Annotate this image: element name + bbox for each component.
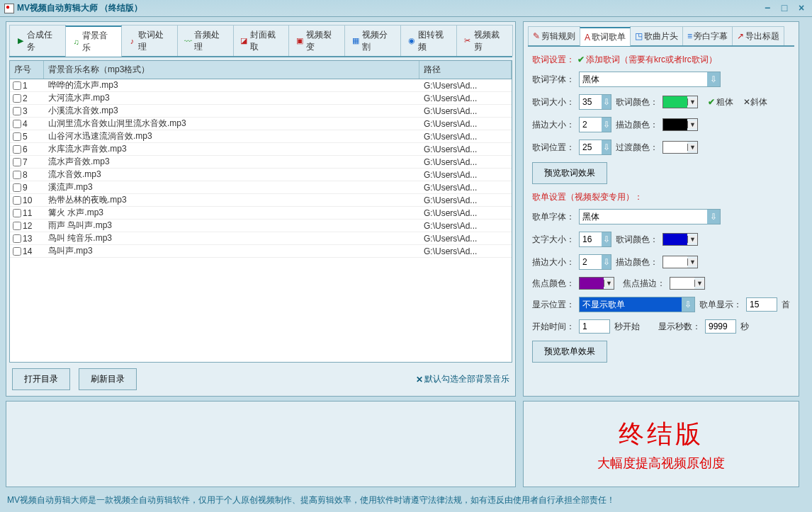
rtab-歌词歌单[interactable]: A歌词歌单 xyxy=(580,27,631,46)
playlist-pos-combo[interactable] xyxy=(579,297,695,312)
tab-视频裁剪[interactable]: ✂视频裁剪 xyxy=(456,25,513,56)
tab-icon: ◪ xyxy=(239,36,249,46)
rtab-歌曲片头[interactable]: ◳歌曲片头 xyxy=(630,26,683,45)
lyric-font-combo[interactable] xyxy=(579,72,721,87)
table-row[interactable]: 2大河流水声.mp3G:\Users\Ad... xyxy=(10,92,512,105)
table-row[interactable]: 6水库流水声音效.mp3G:\Users\Ad... xyxy=(10,143,512,156)
tab-背景音乐[interactable]: ♫背景音乐 xyxy=(65,25,122,57)
tab-icon: ▣ xyxy=(295,36,305,46)
playlist-show-input[interactable] xyxy=(746,297,777,312)
tab-icon: ◳ xyxy=(635,31,643,41)
row-checkbox[interactable] xyxy=(13,158,21,166)
row-checkbox[interactable] xyxy=(13,107,21,115)
titlebar: MV视频自动剪辑大师 （终结版） − □ × xyxy=(0,0,812,17)
lyric-stroke-color-picker[interactable] xyxy=(662,118,698,131)
left-tabs: ▶合成任务♫背景音乐♪歌词处理〰音频处理◪封面截取▣视频裂变▦视频分割◉图转视频… xyxy=(9,25,512,57)
tab-视频裂变[interactable]: ▣视频裂变 xyxy=(288,25,345,56)
playlist-size-combo[interactable] xyxy=(579,232,611,247)
rtab-剪辑规则[interactable]: ✎剪辑规则 xyxy=(528,26,580,45)
promo-subtitle: 大幅度提高视频原创度 xyxy=(597,455,725,472)
right-tabs: ✎剪辑规则A歌词歌单◳歌曲片头≡旁白字幕↗导出标题 xyxy=(528,26,794,47)
row-checkbox[interactable] xyxy=(13,171,21,179)
table-row[interactable]: 14鸟叫声.mp3G:\Users\Ad... xyxy=(10,245,512,258)
tab-音频处理[interactable]: 〰音频处理 xyxy=(177,25,234,56)
playlist-stroke-combo[interactable] xyxy=(579,254,611,270)
promo-box: 终结版 大幅度提高视频原创度 xyxy=(523,401,799,487)
row-checkbox[interactable] xyxy=(13,94,21,103)
close-button[interactable]: × xyxy=(795,4,808,13)
table-row[interactable]: 8流水音效.mp3G:\Users\Ad... xyxy=(10,169,512,181)
table-row[interactable]: 3小溪流水音效.mp3G:\Users\Ad... xyxy=(10,105,512,118)
app-icon xyxy=(4,4,14,13)
row-checkbox[interactable] xyxy=(13,183,21,192)
right-panel: ✎剪辑规则A歌词歌单◳歌曲片头≡旁白字幕↗导出标题 歌词设置： 添加歌词（需要有… xyxy=(523,21,799,397)
tab-icon: ♪ xyxy=(128,36,137,46)
lyric-trans-color-picker[interactable] xyxy=(662,141,698,154)
row-checkbox[interactable] xyxy=(13,247,21,256)
tab-icon: ≡ xyxy=(687,31,692,41)
italic-checkbox[interactable]: ✕斜体 xyxy=(743,96,767,108)
playlist-font-combo[interactable] xyxy=(579,209,721,224)
row-checkbox[interactable] xyxy=(13,222,21,230)
default-select-note[interactable]: 默认勾选全部背景音乐 xyxy=(416,373,509,385)
tab-封面截取[interactable]: ◪封面截取 xyxy=(233,25,290,56)
tab-图转视频[interactable]: ◉图转视频 xyxy=(400,25,457,56)
tab-icon: A xyxy=(585,33,590,42)
playlist-stroke-color-picker[interactable] xyxy=(662,256,698,268)
table-row[interactable]: 7流水声音效.mp3G:\Users\Ad... xyxy=(10,156,512,169)
focus-stroke-color-picker[interactable] xyxy=(670,277,705,290)
music-table: 序号 背景音乐名称（mp3格式） 路径 1哗哗的流水声.mp3G:\Users\… xyxy=(9,60,512,363)
row-checkbox[interactable] xyxy=(13,209,21,217)
table-row[interactable]: 13鸟叫 纯音乐.mp3G:\Users\Ad... xyxy=(10,232,512,245)
playlist-start-input[interactable] xyxy=(579,319,610,334)
tab-icon: ✂ xyxy=(463,36,473,46)
preview-lyric-button[interactable]: 预览歌词效果 xyxy=(532,162,607,184)
add-lyric-checkbox[interactable]: 添加歌词（需要有krc或者lrc歌词） xyxy=(577,54,717,66)
maximize-button[interactable]: □ xyxy=(778,4,791,13)
table-row[interactable]: 1哗哗的流水声.mp3G:\Users\Ad... xyxy=(10,79,512,92)
tab-视频分割[interactable]: ▦视频分割 xyxy=(344,25,401,56)
open-dir-button[interactable]: 打开目录 xyxy=(12,368,70,390)
table-row[interactable]: 10热带丛林的夜晚.mp3G:\Users\Ad... xyxy=(10,194,512,207)
tab-歌词处理[interactable]: ♪歌词处理 xyxy=(121,25,178,56)
tab-icon: ↗ xyxy=(737,31,744,41)
tab-icon: ▶ xyxy=(16,36,26,46)
row-checkbox[interactable] xyxy=(13,196,21,205)
tab-icon: 〰 xyxy=(184,36,193,46)
left-panel: ▶合成任务♫背景音乐♪歌词处理〰音频处理◪封面截取▣视频裂变▦视频分割◉图转视频… xyxy=(6,21,516,397)
bold-checkbox[interactable]: 粗体 xyxy=(708,96,733,108)
table-row[interactable]: 11篝火 水声.mp3G:\Users\Ad... xyxy=(10,207,512,220)
lyric-pos-combo[interactable] xyxy=(579,140,611,155)
row-checkbox[interactable] xyxy=(13,234,21,243)
tab-合成任务[interactable]: ▶合成任务 xyxy=(9,25,66,56)
app-title: MV视频自动剪辑大师 （终结版） xyxy=(17,2,142,14)
row-checkbox[interactable] xyxy=(13,81,21,90)
tab-icon: ◉ xyxy=(407,36,417,46)
statusbar: MV视频自动剪辑大师是一款视频全自动剪辑软件，仅用于个人原创视频制作、提高剪辑效… xyxy=(0,491,812,509)
col-path[interactable]: 路径 xyxy=(419,61,512,79)
minimize-button[interactable]: − xyxy=(761,4,774,13)
lyric-size-combo[interactable] xyxy=(579,94,611,110)
preview-area xyxy=(6,401,516,487)
row-checkbox[interactable] xyxy=(13,145,21,154)
table-row[interactable]: 12雨声 鸟叫声.mp3G:\Users\Ad... xyxy=(10,220,512,232)
playlist-color-picker[interactable] xyxy=(662,233,698,246)
col-index[interactable]: 序号 xyxy=(10,61,44,79)
refresh-dir-button[interactable]: 刷新目录 xyxy=(79,368,137,390)
playlist-settings-header: 歌单设置（视频裂变专用）： xyxy=(532,191,790,203)
row-checkbox[interactable] xyxy=(13,120,21,128)
focus-color-picker[interactable] xyxy=(579,277,614,290)
row-checkbox[interactable] xyxy=(13,132,21,141)
tab-icon: ▦ xyxy=(351,36,361,46)
col-name[interactable]: 背景音乐名称（mp3格式） xyxy=(44,61,419,79)
playlist-dur-input[interactable] xyxy=(705,319,736,334)
lyric-settings-header: 歌词设置： 添加歌词（需要有krc或者lrc歌词） xyxy=(532,54,790,66)
table-row[interactable]: 4山洞里流水音效山洞里流水音效.mp3G:\Users\Ad... xyxy=(10,118,512,130)
table-row[interactable]: 9溪流声.mp3G:\Users\Ad... xyxy=(10,181,512,194)
rtab-旁白字幕[interactable]: ≡旁白字幕 xyxy=(682,26,733,45)
table-row[interactable]: 5山谷河水迅速流淌音效.mp3G:\Users\Ad... xyxy=(10,130,512,143)
rtab-导出标题[interactable]: ↗导出标题 xyxy=(732,26,784,45)
lyric-stroke-combo[interactable] xyxy=(579,117,611,132)
preview-playlist-button[interactable]: 预览歌单效果 xyxy=(532,341,607,363)
lyric-color-picker[interactable] xyxy=(662,96,698,108)
